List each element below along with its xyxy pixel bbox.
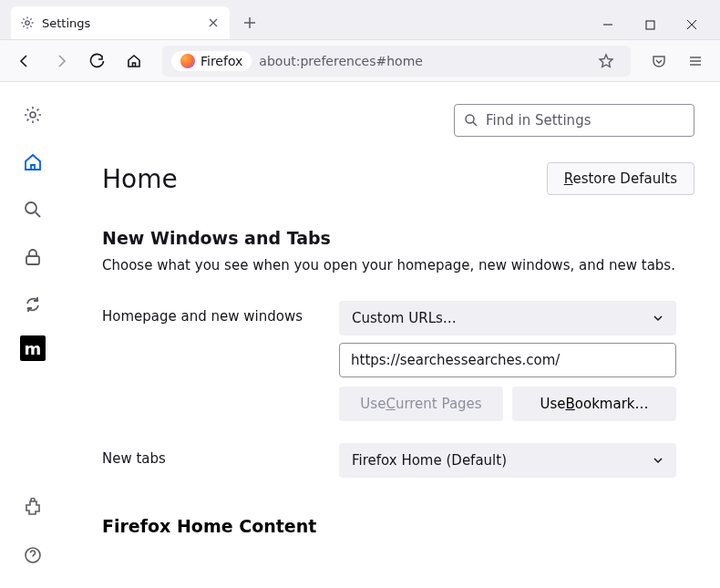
tab-close-button[interactable] xyxy=(206,15,221,30)
browser-tab[interactable]: Settings xyxy=(11,6,230,39)
svg-rect-4 xyxy=(26,256,39,264)
chevron-down-icon xyxy=(653,313,663,324)
restore-defaults-button[interactable]: Restore Defaults xyxy=(547,162,694,195)
sidebar-item-extensions[interactable] xyxy=(16,491,49,524)
chevron-down-icon xyxy=(653,455,663,466)
url-text: about:preferences#home xyxy=(259,54,423,68)
dropdown-value: Firefox Home (Default) xyxy=(352,452,507,469)
newtabs-mode-dropdown[interactable]: Firefox Home (Default) xyxy=(339,443,676,478)
minimize-button[interactable] xyxy=(587,10,629,39)
svg-point-2 xyxy=(30,112,36,118)
search-placeholder: Find in Settings xyxy=(486,112,591,129)
close-window-button[interactable] xyxy=(671,10,713,39)
svg-rect-1 xyxy=(646,21,654,29)
sidebar-item-help[interactable] xyxy=(16,539,49,572)
identity-box[interactable]: Firefox xyxy=(171,51,252,71)
newtabs-label: New tabs xyxy=(102,443,328,467)
use-current-pages-button: Use Current Pages xyxy=(339,387,503,421)
window-controls xyxy=(587,10,713,39)
home-button[interactable] xyxy=(118,46,149,77)
nav-toolbar: Firefox about:preferences#home xyxy=(0,40,720,82)
url-bar[interactable]: Firefox about:preferences#home xyxy=(162,46,631,77)
titlebar: Settings xyxy=(0,0,720,40)
sidebar-item-sync[interactable] xyxy=(16,288,49,321)
forward-button xyxy=(46,46,77,77)
maximize-button[interactable] xyxy=(629,10,671,39)
sidebar-item-general[interactable] xyxy=(16,98,49,131)
firefox-logo-icon xyxy=(180,54,195,68)
homepage-mode-dropdown[interactable]: Custom URLs… xyxy=(339,301,676,335)
tab-title: Settings xyxy=(42,16,199,30)
refresh-button[interactable] xyxy=(82,46,113,77)
use-bookmark-button[interactable]: Use Bookmark… xyxy=(512,387,676,421)
homepage-url-input[interactable] xyxy=(339,343,676,377)
app-menu-button[interactable] xyxy=(680,46,711,77)
content-area: m Find in Settings Home Restore Defaults… xyxy=(0,82,720,588)
settings-search-input[interactable]: Find in Settings xyxy=(454,104,694,137)
preferences-main: Find in Settings Home Restore Defaults N… xyxy=(66,82,720,588)
sidebar-item-privacy[interactable] xyxy=(16,241,49,273)
sidebar-item-search[interactable] xyxy=(16,193,49,226)
dropdown-value: Custom URLs… xyxy=(352,310,457,326)
homepage-label: Homepage and new windows xyxy=(102,301,328,325)
svg-point-0 xyxy=(26,21,29,25)
page-title: Home xyxy=(102,164,178,194)
section-title-windows-tabs: New Windows and Tabs xyxy=(102,228,694,248)
pocket-button[interactable] xyxy=(643,46,674,77)
mozilla-m-icon: m xyxy=(25,339,42,358)
gear-icon xyxy=(20,15,35,30)
section-title-home-content: Firefox Home Content xyxy=(102,516,694,536)
svg-point-6 xyxy=(466,115,474,123)
new-tab-button[interactable] xyxy=(235,8,264,37)
sidebar-item-more-from-mozilla[interactable]: m xyxy=(20,335,46,361)
sidebar-item-home[interactable] xyxy=(16,146,49,179)
preferences-sidebar: m xyxy=(0,82,66,588)
back-button[interactable] xyxy=(9,46,40,77)
identity-label: Firefox xyxy=(201,54,242,68)
section-desc-windows-tabs: Choose what you see when you open your h… xyxy=(102,257,694,273)
search-icon xyxy=(464,113,478,128)
svg-point-3 xyxy=(26,202,36,213)
bookmark-star-button[interactable] xyxy=(591,46,622,77)
